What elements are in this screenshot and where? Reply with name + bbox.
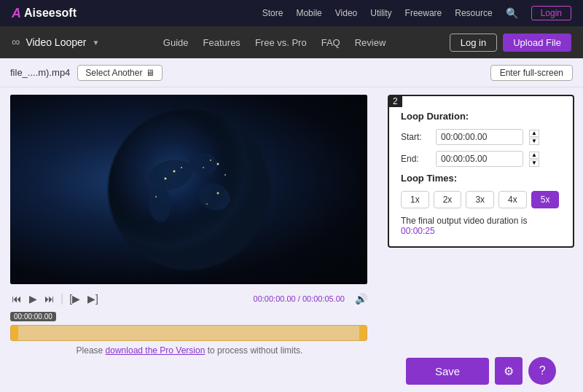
current-time-label: 00:00:00.00	[10, 312, 56, 321]
start-increment-button[interactable]: ▲	[529, 130, 539, 137]
select-another-label: Select Another	[85, 68, 142, 78]
video-controls: ⏮ ▶ ⏭ | [▶ ▶] 00:00:00.00 / 00:00:05.00 …	[10, 289, 369, 309]
pro-version-link[interactable]: download the Pro Version	[106, 345, 206, 356]
volume-button[interactable]: 🔊	[353, 291, 369, 306]
separator: |	[60, 292, 63, 305]
top-login-button[interactable]: Login	[531, 6, 571, 20]
end-time-input[interactable]	[436, 151, 523, 167]
loop-times-section: Loop Times: 1x 2x 3x 4x 5x	[401, 173, 561, 208]
earth-graphic	[101, 102, 276, 277]
video-player	[10, 95, 367, 284]
start-time-input[interactable]	[436, 129, 523, 145]
nav-features[interactable]: Features	[203, 37, 240, 48]
loop-icon: ∞	[12, 36, 20, 49]
help-button[interactable]: ?	[528, 357, 556, 385]
nav-video[interactable]: Video	[335, 8, 357, 18]
settings-icon: ⚙	[504, 364, 514, 378]
right-panel: 2 Loop Duration: Start: ▲ ▼ End: ▲ ▼	[379, 87, 583, 392]
start-decrement-button[interactable]: ▼	[529, 138, 539, 145]
loop-end-button[interactable]: ▶]	[86, 291, 100, 306]
end-spinner: ▲ ▼	[529, 152, 539, 167]
select-another-button[interactable]: Select Another 🖥	[77, 65, 163, 81]
output-duration: The final output video duration is 00:00…	[401, 216, 561, 236]
progress-area	[10, 325, 369, 341]
chevron-down-icon: ▼	[92, 39, 99, 47]
sub-nav-left: ∞ Video Looper ▼	[12, 36, 99, 49]
progress-handle-right[interactable]	[359, 326, 367, 340]
nav-freeware[interactable]: Freeware	[405, 8, 442, 18]
nav-resource[interactable]: Resource	[455, 8, 492, 18]
loop-5x-button[interactable]: 5x	[531, 191, 560, 208]
loop-4x-button[interactable]: 4x	[498, 191, 527, 208]
monitor-icon: 🖥	[146, 68, 154, 78]
nav-mobile[interactable]: Mobile	[296, 8, 321, 18]
video-area: ⏮ ▶ ⏭ | [▶ ▶] 00:00:00.00 / 00:00:05.00 …	[0, 87, 379, 392]
logo-area: A Aiseesoft	[12, 6, 77, 21]
pro-notice-text-before: Please	[77, 345, 106, 356]
nav-store[interactable]: Store	[262, 8, 283, 18]
current-time: 00:00:00.00	[254, 294, 296, 303]
skip-forward-button[interactable]: ⏭	[43, 291, 56, 306]
search-icon[interactable]: 🔍	[506, 7, 518, 19]
output-duration-value: 00:00:25	[401, 226, 435, 236]
loop-1x-button[interactable]: 1x	[401, 191, 429, 208]
pro-notice-text-after: to process without limits.	[205, 345, 302, 356]
nav-utility[interactable]: Utility	[370, 8, 391, 18]
total-time: 00:00:05.00	[302, 294, 345, 303]
help-icon: ?	[539, 364, 546, 377]
end-label: End:	[401, 154, 430, 164]
sub-navigation: ∞ Video Looper ▼ Guide Features Free vs.…	[0, 26, 583, 58]
upload-file-button[interactable]: Upload File	[503, 34, 571, 52]
svg-point-17	[109, 109, 269, 270]
loop-times-buttons: 1x 2x 3x 4x 5x	[401, 191, 561, 208]
nav-faq[interactable]: FAQ	[321, 37, 340, 48]
progress-track[interactable]	[10, 325, 367, 341]
file-name: file_....m).mp4	[10, 67, 70, 78]
loop-start-button[interactable]: [▶	[68, 291, 82, 306]
sub-nav-buttons: Log in Upload File	[450, 34, 571, 52]
top-nav-links: Store Mobile Video Utility Freeware Reso…	[262, 6, 571, 20]
video-earth-display	[10, 95, 367, 284]
loop-settings-panel: 2 Loop Duration: Start: ▲ ▼ End: ▲ ▼	[388, 95, 574, 248]
play-button[interactable]: ▶	[28, 291, 39, 306]
sub-login-button[interactable]: Log in	[450, 34, 497, 52]
output-text: The final output video duration is	[401, 216, 527, 226]
top-navigation: A Aiseesoft Store Mobile Video Utility F…	[0, 0, 583, 26]
start-label: Start:	[401, 132, 430, 142]
settings-button[interactable]: ⚙	[495, 357, 523, 385]
main-content: ⏮ ▶ ⏭ | [▶ ▶] 00:00:00.00 / 00:00:05.00 …	[0, 87, 583, 392]
sub-nav-links: Guide Features Free vs. Pro FAQ Review	[163, 37, 386, 48]
toolbar-left: file_....m).mp4 Select Another 🖥	[10, 65, 163, 81]
sub-nav-title: Video Looper	[26, 36, 86, 48]
end-increment-button[interactable]: ▲	[529, 152, 539, 159]
skip-back-button[interactable]: ⏮	[10, 291, 23, 306]
nav-review[interactable]: Review	[355, 37, 386, 48]
time-label-area: 00:00:00.00	[10, 309, 369, 322]
pro-notice: Please download the Pro Version to proce…	[10, 345, 369, 356]
progress-handle-left[interactable]	[11, 326, 18, 340]
end-decrement-button[interactable]: ▼	[529, 160, 539, 167]
fullscreen-button[interactable]: Enter full-screen	[490, 65, 573, 81]
toolbar: file_....m).mp4 Select Another 🖥 Enter f…	[0, 58, 583, 87]
loop-3x-button[interactable]: 3x	[466, 191, 494, 208]
start-field-row: Start: ▲ ▼	[401, 129, 561, 145]
save-button[interactable]: Save	[406, 358, 489, 385]
panel-number: 2	[388, 95, 402, 107]
end-field-row: End: ▲ ▼	[401, 151, 561, 167]
save-area: Save ⚙ ?	[388, 357, 574, 385]
time-separator: /	[298, 294, 300, 303]
nav-guide[interactable]: Guide	[163, 37, 189, 48]
time-display: 00:00:00.00 / 00:00:05.00	[254, 294, 345, 303]
nav-free-vs-pro[interactable]: Free vs. Pro	[255, 37, 307, 48]
logo-text: Aiseesoft	[24, 7, 77, 20]
loop-duration-title: Loop Duration:	[401, 111, 561, 122]
logo-icon: A	[12, 6, 21, 21]
loop-2x-button[interactable]: 2x	[434, 191, 462, 208]
start-spinner: ▲ ▼	[529, 130, 539, 145]
loop-times-title: Loop Times:	[401, 173, 561, 184]
